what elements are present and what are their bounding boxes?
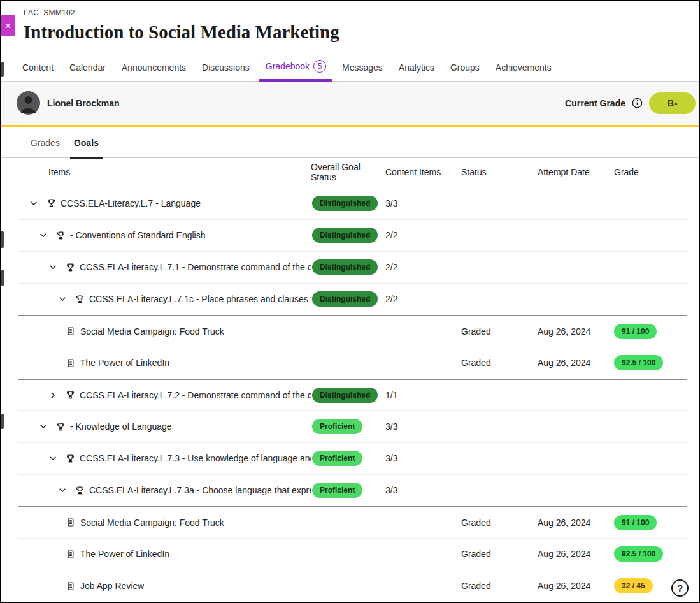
student-name: Lionel Brockman: [47, 98, 120, 108]
row-label: The Power of LinkedIn: [80, 358, 169, 368]
tab-analytics[interactable]: Analytics: [392, 56, 441, 81]
table-row: The Power of LinkedIn Graded Aug 26, 202…: [18, 538, 687, 570]
row-label: CCSS.ELA-Literacy.L.7.1 - Demonstrate co…: [80, 262, 311, 272]
column-header-attempt-date: Attempt Date: [538, 167, 614, 177]
close-panel-button[interactable]: ×: [1, 15, 15, 36]
expand-toggle-button[interactable]: [57, 485, 68, 495]
chevron-down-icon: [29, 199, 38, 208]
gradebook-subtabs: GradesGoals: [1, 127, 699, 158]
row-items-cell: - Conventions of Standard English: [18, 230, 311, 240]
grade-cell: 91 / 100: [614, 324, 687, 339]
tab-messages[interactable]: Messages: [336, 56, 389, 81]
current-grade-area: Current Grade B-: [565, 92, 696, 114]
course-title: Introduction to Social Media Marketing: [24, 21, 699, 43]
row-label: CCSS.ELA-Literacy.L.7 - Language: [61, 198, 201, 208]
row-label: Social Media Campaign: Food Truck: [80, 326, 224, 337]
row-items-cell: CCSS.ELA-Literacy.L.7 - Language: [18, 198, 311, 208]
background-page-artifact: [1, 62, 4, 77]
course-nav-tabs: ContentCalendarAnnouncementsDiscussionsG…: [1, 56, 699, 82]
row-label: The Power of LinkedIn: [80, 549, 169, 559]
tab-calendar[interactable]: Calendar: [63, 56, 112, 81]
content-items-cell: 2/2: [385, 262, 461, 272]
goal-status-cell: Distinguished: [311, 388, 385, 403]
subtab-grades[interactable]: Grades: [27, 138, 64, 157]
goal-status-cell: Distinguished: [311, 259, 385, 275]
help-icon: ?: [677, 583, 683, 593]
chevron-down-icon: [39, 422, 48, 431]
chevron-right-icon: [48, 391, 57, 400]
goal-status-badge: Distinguished: [312, 388, 378, 403]
column-header-status: Status: [461, 167, 538, 177]
course-panel: × LAC_SMM102 Introduction to Social Medi…: [0, 0, 700, 603]
table-row: CCSS.ELA-Literacy.L.7.3 - Use knowledge …: [18, 442, 687, 474]
document-icon: [66, 581, 75, 591]
row-items-cell: The Power of LinkedIn: [18, 549, 311, 559]
status-cell: Graded: [461, 518, 538, 528]
background-page-artifact: [1, 414, 4, 429]
grade-cell: 91 / 100: [614, 515, 687, 530]
goal-trophy-icon: [75, 486, 85, 495]
tab-label: Content: [22, 62, 54, 73]
expand-toggle-button[interactable]: [48, 390, 58, 400]
column-header-content-items: Content Items: [385, 167, 461, 177]
grade-badge: 92.5 / 100: [614, 546, 663, 562]
help-button[interactable]: ?: [671, 579, 689, 597]
expand-toggle-button[interactable]: [48, 262, 58, 272]
goal-status-cell: Distinguished: [311, 228, 385, 243]
expand-toggle-button[interactable]: [48, 453, 58, 463]
status-cell: Graded: [461, 549, 538, 559]
expand-toggle-button[interactable]: [57, 294, 68, 304]
row-label: CCSS.ELA-Literacy.L.7.3 - Use knowledge …: [80, 453, 311, 463]
subtab-goals[interactable]: Goals: [70, 138, 103, 157]
tab-discussions[interactable]: Discussions: [196, 56, 256, 81]
grade-cell: 92.5 / 100: [614, 355, 687, 370]
tab-label: Calendar: [69, 62, 106, 73]
table-row: CCSS.ELA-Literacy.L.7 - Language Disting…: [18, 187, 687, 219]
goal-status-badge: Proficient: [312, 483, 362, 498]
goal-status-cell: Proficient: [311, 419, 385, 434]
goal-trophy-icon: [75, 294, 85, 304]
tab-content[interactable]: Content: [16, 56, 60, 81]
tab-label: Discussions: [202, 62, 250, 73]
tab-gradebook[interactable]: Gradebook5: [259, 54, 332, 81]
tab-achievements[interactable]: Achievements: [489, 56, 558, 81]
row-items-cell: CCSS.ELA-Literacy.L.7.1 - Demonstrate co…: [18, 262, 311, 272]
table-row: CCSS.ELA-Literacy.L.7.1 - Demonstrate co…: [18, 251, 687, 283]
content-items-cell: 3/3: [385, 421, 461, 432]
document-icon: [66, 518, 75, 527]
goal-status-badge: Proficient: [312, 419, 362, 434]
table-row: CCSS.ELA-Literacy.L.7.2 - Demonstrate co…: [18, 379, 687, 410]
grade-badge: 92.5 / 100: [614, 355, 663, 370]
tab-groups[interactable]: Groups: [444, 56, 486, 81]
tab-announcements[interactable]: Announcements: [115, 56, 192, 81]
table-row: - Conventions of Standard English Distin…: [18, 219, 687, 251]
expand-toggle-button[interactable]: [29, 198, 39, 208]
chevron-down-icon: [58, 486, 67, 495]
row-label: CCSS.ELA-Literacy.L.7.3a - Choose langua…: [89, 485, 311, 495]
expand-toggle-button[interactable]: [38, 230, 48, 240]
content-items-cell: 2/2: [385, 294, 461, 304]
row-items-cell: - Knowledge of Language: [18, 421, 311, 432]
info-icon: [632, 98, 643, 108]
column-header-overall-goal-status: Overall Goal Status: [311, 162, 385, 182]
close-icon: ×: [5, 20, 11, 31]
tab-label: Announcements: [122, 62, 186, 73]
grade-badge: 91 / 100: [614, 515, 657, 530]
chevron-down-icon: [58, 294, 67, 303]
status-cell: Graded: [461, 358, 538, 368]
row-items-cell: CCSS.ELA-Literacy.L.7.1c - Place phrases…: [18, 294, 311, 304]
row-items-cell: Social Media Campaign: Food Truck: [18, 518, 311, 528]
attempt-date-cell: Aug 26, 2024: [538, 358, 614, 368]
current-grade-label: Current Grade: [565, 98, 625, 108]
tab-label: Gradebook: [266, 61, 310, 71]
goal-status-cell: Distinguished: [311, 196, 385, 211]
goal-status-badge: Proficient: [312, 451, 362, 466]
expand-toggle-button[interactable]: [38, 421, 48, 432]
grade-badge: 32 / 45: [614, 578, 653, 593]
row-label: - Knowledge of Language: [70, 421, 172, 432]
table-body: CCSS.ELA-Literacy.L.7 - Language Disting…: [18, 187, 687, 602]
goals-table: ItemsOverall Goal StatusContent ItemsSta…: [18, 158, 687, 602]
status-cell: Graded: [461, 581, 538, 591]
current-grade-info-button[interactable]: [632, 98, 643, 108]
content-items-cell: 3/3: [385, 198, 461, 208]
